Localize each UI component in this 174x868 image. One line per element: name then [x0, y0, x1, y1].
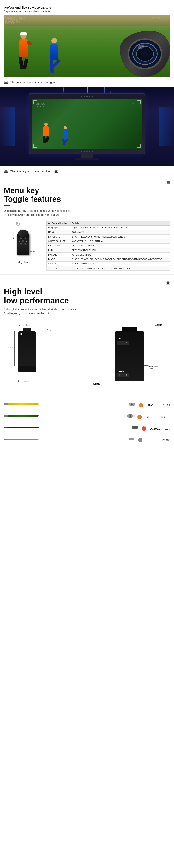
menu-desc-line2: It's easy to switch and choose the right…: [4, 213, 70, 217]
osd-cell-value: OFF/LOW/MIDDLE/HIGH: [70, 248, 170, 252]
highperf-line1: High level: [4, 287, 170, 296]
osd-table-row: EXPOSUREBRIGHTNESS/AGC/SHUTTER MODE&SPEE…: [46, 235, 170, 239]
cam-large-top: [122, 327, 137, 332]
osd-cell-feature: EXPOSURE: [46, 235, 70, 239]
menu-content-area: ↻ CE ▲: [4, 221, 170, 271]
hero-menu-button[interactable]: ⋮: [165, 5, 170, 10]
hero-image: UNIQUA RK GEO TOYOTA EAGLES: [4, 15, 170, 77]
camera-right-area: 22MM ↑ ↓ UP L ● R DOWN: [89, 323, 170, 388]
cable-row-rs485: RS485: [4, 434, 170, 446]
osd-cell-value: SDEOUT/SDIFORMAT/FREQ/CVBS OUT/ LANGUAGE…: [70, 266, 170, 271]
dim-44mm-label: 44MM: [93, 383, 100, 386]
osd-table-row: SPECIALPRIVACY/MOTION/DIS: [46, 261, 170, 266]
broadcast-icons: [54, 169, 58, 174]
joystick-image: CE ▲ ◀ ▶: [11, 228, 35, 259]
highperf-top: [4, 281, 170, 285]
monitor-dot: [81, 96, 82, 97]
cable-bnc-cvbs-img: [4, 402, 135, 409]
cable-type-cvbs: CVBS: [163, 404, 170, 407]
monitor-frame: UNIQUA TOYOTA EAGLES: [29, 93, 145, 160]
osd-table-row: IMAGESHARPNESS/COLOR LEVEL/MIRROR/FLIP/ …: [46, 257, 170, 261]
highperf-desc-row: Although the product is small, it has al…: [4, 307, 170, 315]
cam-main: CE: [19, 332, 36, 366]
osd-table-row: WHITE BALANCEAWB/ATW/PUSH LOCK/MANUAL: [46, 239, 170, 243]
dim-44mm-arrows: ← →: [93, 386, 112, 388]
cable-row-bnc-sdi: BNC 3G-SDI: [4, 411, 170, 423]
menu-desc-line1: Use this menu key to choose from a varie…: [4, 209, 70, 213]
monitor-top-dots: [32, 96, 142, 97]
monitor-screen: UNIQUA TOYOTA EAGLES: [32, 99, 142, 149]
dim-57-tick-b: [13, 366, 15, 367]
monitor-dot: [84, 96, 85, 97]
cable-rs485-img: [4, 437, 134, 443]
joystick-area: ↻ CE ▲: [4, 221, 42, 264]
cable-dot-bnc-cvbs: [139, 403, 143, 407]
signal-row: The camera acquires the video signal: [0, 77, 174, 88]
dim-h-line: [150, 329, 162, 329]
osd-col-header-2: Built-in: [70, 221, 170, 225]
btn-up-row[interactable]: L ● R: [117, 341, 129, 345]
monitor-dot: [86, 151, 88, 152]
osd-cell-feature: SYSTEM: [46, 266, 70, 271]
highperf-line2: low performance: [4, 296, 170, 305]
btn-center-label: ●: [123, 342, 124, 344]
osd-cell-value: SHARPNESS/COLOR LEVEL/MIRROR/FLIP/ LENS …: [70, 257, 170, 261]
osd-cell-value: DC/MANUAL: [70, 230, 170, 235]
dim-24-label: 24mm: [46, 329, 51, 331]
glow-right: [159, 107, 174, 146]
osd-cell-value: English, Chinese, Chinese(S), Japanese, …: [70, 225, 170, 230]
down-label: DOWN: [118, 370, 124, 372]
menu-options-button[interactable]: ⋮: [166, 209, 170, 214]
dim-19-tick-r: [36, 380, 36, 382]
cam-connector: [23, 328, 31, 332]
glow-left: [0, 107, 15, 146]
broadcast-row: The video signal is broadcast live: [0, 166, 174, 177]
list-icon[interactable]: ☰: [167, 180, 170, 185]
osd-table-row: LENSDC/MANUAL: [46, 230, 170, 235]
menu-heading-line2: Toggle features: [4, 195, 170, 203]
ce-label: CE: [20, 333, 22, 335]
osd-cell-feature: SPECIAL: [46, 261, 70, 266]
cable-bnc-sdi-img: [4, 413, 134, 420]
monitor-bottom-dots: [32, 151, 142, 152]
menu-heading-line1: Menu key: [4, 186, 170, 195]
osd-cell-value: AWB/ATW/PUSH LOCK/MANUAL: [70, 239, 170, 243]
menu-heading: Menu key Toggle features: [4, 186, 170, 203]
highperf-desc-line2: Smaller, easy to carry, restore the trut…: [4, 311, 76, 315]
monitor-dot: [92, 151, 93, 152]
osd-cell-feature: BACKLIGHT: [46, 244, 70, 248]
monitor-section: UNIQUA TOYOTA EAGLES: [0, 88, 174, 166]
camera-top-icon: [166, 281, 170, 285]
cable-type-rs485: RS485: [162, 439, 170, 442]
cable-dot-dc: [142, 427, 146, 431]
osd-table-container: On Screen Display Built-in LanguageEngli…: [46, 221, 170, 271]
highperf-desc: Although the product is small, it has al…: [4, 307, 76, 315]
highperf-desc-line1: Although the product is small, it has al…: [4, 307, 76, 311]
menu-section-top: ☰: [4, 180, 170, 185]
signal-text: The camera acquires the video signal: [10, 81, 56, 84]
btn-down-row[interactable]: ◀ ● ▶: [117, 373, 129, 377]
menu-dash: [4, 205, 10, 206]
hero-section: Professional live TV video capture Captu…: [0, 0, 174, 77]
dim-tick-l: [19, 325, 20, 327]
osd-table-row: LanguageEnglish, Chinese, Chinese(S), Ja…: [46, 225, 170, 230]
perf-options-button[interactable]: ⋮: [166, 307, 170, 312]
osd-cell-feature: Language: [46, 225, 70, 230]
dim-tick-r: [35, 325, 35, 327]
btn-r-label: R: [127, 342, 128, 344]
osd-cell-value: BRIGHTNESS/AGC/SHUTTER MODE&SPEED/SENS-U…: [70, 235, 170, 239]
cable-type-dc: 12V: [165, 427, 170, 430]
monitor-bezel: UNIQUA TOYOTA EAGLES: [29, 93, 145, 154]
osd-table-row: BACKLIGHTOFF/HLC/BLC/WDR/ROI: [46, 244, 170, 248]
corner-tr: [137, 100, 141, 104]
hero-title: Professional live TV video capture: [4, 5, 51, 9]
monitor-dot: [81, 151, 82, 152]
camera-icon: [4, 80, 8, 84]
highperf-section: High level low performance Although the …: [0, 275, 174, 454]
monitor-base: [75, 158, 99, 160]
svg-point-5: [56, 171, 57, 172]
camera-with-dims: 28mm CE 24mm 5: [4, 323, 58, 385]
osd-cell-feature: DAY&NIGHT: [46, 252, 70, 257]
cable-dot-rs485: [138, 438, 142, 442]
osd-cell-value: PRIVACY/MOTION/DIS: [70, 261, 170, 266]
